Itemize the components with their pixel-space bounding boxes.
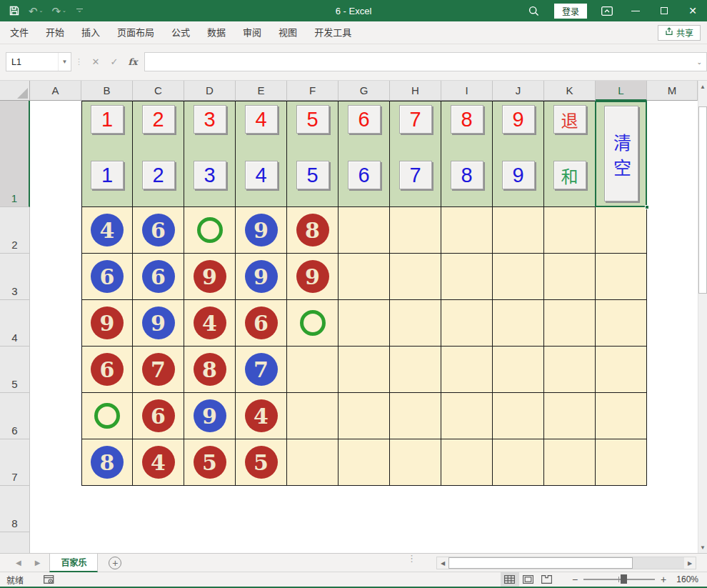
cell-I3[interactable]: [441, 254, 493, 300]
cell-A3[interactable]: [30, 254, 81, 300]
cell-G3[interactable]: [339, 254, 390, 300]
cell-G6[interactable]: [339, 393, 390, 439]
column-header-L[interactable]: L: [596, 81, 647, 101]
cell-K3[interactable]: [544, 254, 596, 300]
cell-A7[interactable]: [30, 439, 81, 486]
vertical-scroll-track[interactable]: [698, 92, 707, 542]
cell-L2[interactable]: [596, 207, 647, 254]
ribbon-display-options-icon[interactable]: [593, 0, 621, 21]
cell-H5[interactable]: [390, 347, 441, 393]
bet-cell-E1[interactable]: 44: [236, 101, 287, 207]
undo-button[interactable]: ↶⌄: [29, 6, 43, 16]
column-header-F[interactable]: F: [287, 81, 339, 101]
cell-L4[interactable]: [596, 300, 647, 347]
horizontal-scroll-track[interactable]: [448, 557, 684, 569]
scroll-up-icon[interactable]: ▲: [698, 81, 707, 92]
save-icon[interactable]: [9, 5, 20, 16]
cell-D5[interactable]: 8: [184, 347, 236, 393]
cell-A4[interactable]: [30, 300, 81, 347]
bet-cell-G1[interactable]: 66: [339, 101, 390, 207]
bet-cell-K1[interactable]: 退和: [544, 101, 596, 207]
scroll-down-icon[interactable]: ▼: [698, 542, 707, 553]
maximize-button[interactable]: [650, 0, 678, 21]
next-sheet-icon[interactable]: ▶: [35, 559, 41, 567]
cell-B3[interactable]: 6: [81, 254, 133, 300]
cell-C6[interactable]: 6: [133, 393, 184, 439]
close-button[interactable]: ✕: [678, 0, 707, 21]
cell-C5[interactable]: 7: [133, 347, 184, 393]
cell-I5[interactable]: [441, 347, 493, 393]
cell-G5[interactable]: [339, 347, 390, 393]
vertical-scroll-thumb[interactable]: [698, 106, 707, 294]
ribbon-tab-开发工具[interactable]: 开发工具: [306, 21, 360, 44]
column-header-G[interactable]: G: [339, 81, 390, 101]
column-header-J[interactable]: J: [493, 81, 544, 101]
cell-F3[interactable]: 9: [287, 254, 339, 300]
column-header-H[interactable]: H: [390, 81, 441, 101]
cell-D4[interactable]: 4: [184, 300, 236, 347]
fill-handle[interactable]: [645, 205, 649, 209]
prev-sheet-icon[interactable]: ◀: [16, 559, 21, 567]
column-header-B[interactable]: B: [81, 81, 133, 101]
horizontal-scroll-thumb[interactable]: [448, 557, 633, 569]
cell-K4[interactable]: [544, 300, 596, 347]
tab-scrollbar-splitter[interactable]: ⋮: [407, 557, 416, 561]
column-header-M[interactable]: M: [647, 81, 698, 101]
search-icon[interactable]: [520, 0, 548, 21]
cell-F5[interactable]: [287, 347, 339, 393]
vertical-scrollbar[interactable]: ▲ ▼: [698, 81, 707, 553]
macro-record-icon[interactable]: [44, 575, 54, 584]
row-header-4[interactable]: 4: [0, 300, 30, 347]
cell-B4[interactable]: 9: [81, 300, 133, 347]
select-all-corner[interactable]: [0, 81, 30, 101]
cell-J4[interactable]: [493, 300, 544, 347]
cell-J6[interactable]: [493, 393, 544, 439]
cell-K5[interactable]: [544, 347, 596, 393]
cell-A2[interactable]: [30, 207, 81, 254]
cell-J5[interactable]: [493, 347, 544, 393]
bet-cell-D1[interactable]: 33: [184, 101, 236, 207]
cell-D6[interactable]: 9: [184, 393, 236, 439]
ribbon-tab-视图[interactable]: 视图: [270, 21, 306, 44]
row-header-7[interactable]: 7: [0, 439, 30, 486]
bet-button-blue-7[interactable]: 7: [399, 161, 432, 189]
cell-B5[interactable]: 6: [81, 347, 133, 393]
page-break-preview-button[interactable]: [538, 572, 556, 587]
cell-B6[interactable]: [81, 393, 133, 439]
zoom-level-label[interactable]: 160%: [676, 574, 698, 584]
minimize-button[interactable]: [621, 0, 650, 21]
formula-input[interactable]: ⌄: [144, 52, 707, 71]
cell-H2[interactable]: [390, 207, 441, 254]
add-sheet-button[interactable]: +: [109, 557, 121, 569]
row-header-6[interactable]: 6: [0, 393, 30, 439]
column-header-I[interactable]: I: [441, 81, 493, 101]
cell-K6[interactable]: [544, 393, 596, 439]
cell-B2[interactable]: 4: [81, 207, 133, 254]
ribbon-tab-公式[interactable]: 公式: [163, 21, 199, 44]
clear-button[interactable]: 清空: [604, 106, 638, 201]
cell-I2[interactable]: [441, 207, 493, 254]
bet-button-blue-4[interactable]: 4: [245, 161, 278, 189]
cell-I7[interactable]: [441, 439, 493, 486]
cell-D2[interactable]: [184, 207, 236, 254]
zoom-slider[interactable]: [583, 579, 655, 580]
ribbon-tab-审阅[interactable]: 审阅: [234, 21, 270, 44]
row-header-1[interactable]: 1: [0, 101, 30, 207]
ribbon-tab-开始[interactable]: 开始: [37, 21, 73, 44]
redo-dropdown-icon[interactable]: ⌄: [62, 8, 66, 14]
cell-H4[interactable]: [390, 300, 441, 347]
cell-J3[interactable]: [493, 254, 544, 300]
confirm-entry-icon[interactable]: ✓: [105, 56, 124, 67]
column-header-E[interactable]: E: [236, 81, 287, 101]
cell-E3[interactable]: 9: [236, 254, 287, 300]
bet-button-blue-2[interactable]: 2: [142, 161, 175, 189]
cell-D7[interactable]: 5: [184, 439, 236, 486]
bet-cell-H1[interactable]: 77: [390, 101, 441, 207]
cell-F7[interactable]: [287, 439, 339, 486]
login-button[interactable]: 登录: [554, 4, 587, 19]
bet-button-blue-3[interactable]: 3: [194, 161, 226, 189]
cell-A1[interactable]: [30, 101, 81, 207]
cell-L7[interactable]: [596, 439, 647, 486]
cell-K7[interactable]: [544, 439, 596, 486]
cell-G4[interactable]: [339, 300, 390, 347]
